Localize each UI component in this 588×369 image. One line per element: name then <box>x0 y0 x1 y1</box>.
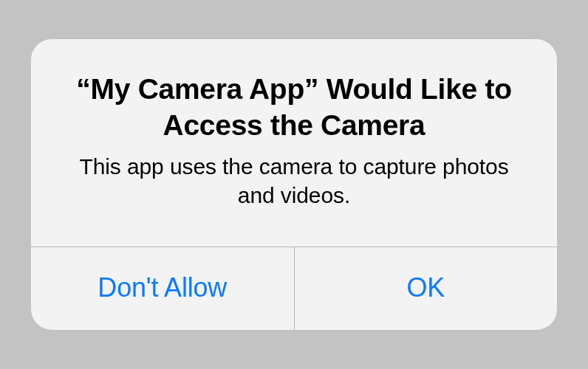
alert-title: “My Camera App” Would Like to Access the… <box>68 72 520 144</box>
permission-alert: “My Camera App” Would Like to Access the… <box>31 39 557 331</box>
alert-message: This app uses the camera to capture phot… <box>68 152 520 210</box>
ok-button[interactable]: OK <box>295 247 558 330</box>
alert-content: “My Camera App” Would Like to Access the… <box>31 39 557 247</box>
dont-allow-button[interactable]: Don't Allow <box>31 247 295 330</box>
alert-button-row: Don't Allow OK <box>31 246 557 330</box>
